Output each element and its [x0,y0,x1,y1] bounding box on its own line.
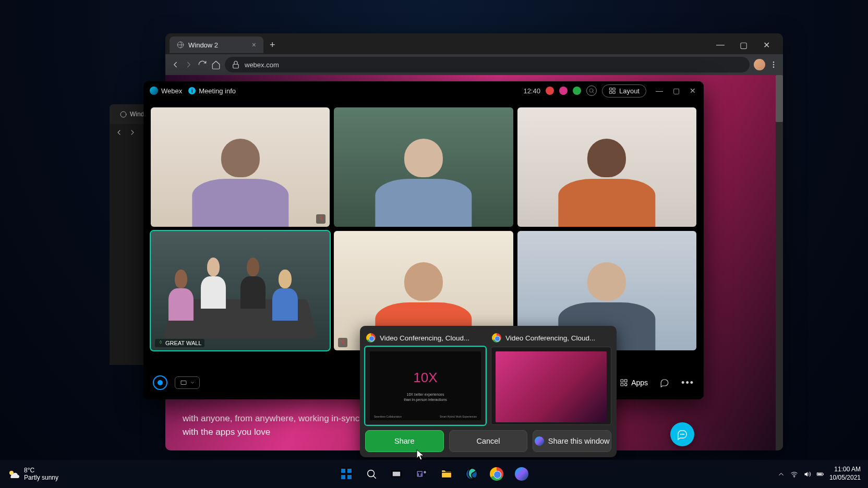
clock[interactable]: 11:00 AM 10/05/2021 [829,466,861,482]
weather-widget[interactable]: 8°C Partly sunny [7,467,58,482]
webex-header: Webex i Meeting info 12:40 Layout — ▢ ✕ [143,81,704,100]
close-button[interactable]: ✕ [760,40,773,50]
svg-point-5 [773,67,774,68]
participant-tile-active[interactable]: GREAT WALL [151,231,330,350]
search-zoom-button[interactable] [586,86,597,96]
teams-button[interactable]: T [411,463,432,484]
chat-button[interactable] [655,373,674,392]
svg-text:T: T [418,471,421,477]
weather-condition: Partly sunny [24,474,58,481]
svg-rect-10 [613,91,615,93]
back-icon[interactable] [115,128,123,137]
svg-rect-35 [823,473,823,475]
webex-taskbar-button[interactable] [511,463,532,484]
webex-maximize[interactable]: ▢ [671,87,681,95]
share-this-window-button[interactable]: Share this window [533,430,611,452]
cancel-button[interactable]: Cancel [449,430,528,452]
svg-rect-31 [441,472,452,478]
menu-icon[interactable] [769,60,778,69]
chrome-icon [492,333,501,343]
apps-button[interactable]: Apps [620,379,648,387]
svg-rect-15 [621,383,623,386]
svg-rect-14 [624,380,627,382]
share-button[interactable]: Share [365,430,444,452]
new-tab-button[interactable]: + [266,38,280,53]
svg-point-0 [120,112,126,117]
svg-rect-24 [347,474,352,480]
layout-button[interactable]: Layout [602,84,646,97]
share-thumbnail[interactable]: 10X 10X better experiences than in-perso… [365,347,486,425]
task-view-button[interactable] [386,463,407,484]
muted-icon [338,338,347,347]
svg-point-33 [794,476,794,477]
chevron-up-icon[interactable] [777,470,785,478]
chrome-button[interactable] [486,463,507,484]
weather-icon [7,468,20,480]
svg-rect-7 [610,88,612,90]
profile-avatar[interactable] [754,59,765,70]
svg-rect-9 [610,91,612,93]
video-grid: GREAT WALL [143,100,704,358]
scrollbar[interactable] [776,75,783,450]
share-source-title: Video Conferencing, Cloud... [505,334,595,342]
search-button[interactable] [361,463,382,484]
forward-icon[interactable] [184,60,194,69]
volume-icon[interactable] [803,470,811,478]
svg-rect-2 [233,64,239,68]
record-indicator[interactable] [546,87,554,95]
webex-close[interactable]: ✕ [688,87,697,95]
edge-button[interactable] [461,463,482,484]
svg-rect-23 [341,474,346,480]
battery-icon[interactable] [816,470,824,478]
participant-tile[interactable] [334,107,513,227]
meeting-time: 12:40 [523,87,540,95]
temperature: 8°C [24,467,58,474]
taskbar: 8°C Partly sunny T [0,460,868,488]
svg-rect-8 [613,88,615,90]
chat-bubble-button[interactable] [670,422,694,446]
url-text: webex.com [245,61,279,69]
home-icon[interactable] [211,60,221,69]
participant-tile[interactable] [151,107,330,227]
svg-rect-21 [341,468,346,473]
reactions-button[interactable] [153,375,167,390]
svg-point-18 [682,434,683,435]
chrome-icon [366,333,376,343]
forward-icon[interactable] [128,128,137,137]
svg-point-29 [423,471,427,474]
webex-logo: Webex [150,87,182,95]
participant-tile[interactable] [517,107,696,227]
meeting-info-button[interactable]: i Meeting info [188,87,236,95]
system-tray: 11:00 AM 10/05/2021 [777,466,861,482]
file-explorer-button[interactable] [436,463,457,484]
wifi-icon[interactable] [790,470,798,478]
maximize-button[interactable]: ▢ [737,40,750,50]
share-source-item[interactable]: Video Conferencing, Cloud... 10X 10X bet… [365,331,486,425]
browser-tab[interactable]: Window 2 × [170,36,263,53]
back-icon[interactable] [171,60,180,69]
url-bar[interactable]: webex.com [225,57,750,72]
share-source-item[interactable]: Video Conferencing, Cloud... [491,331,611,425]
svg-point-16 [624,383,627,386]
share-thumbnail[interactable] [491,347,611,425]
svg-rect-11 [181,381,186,385]
svg-point-19 [683,434,684,435]
status-dot-green[interactable] [573,87,581,95]
minimize-button[interactable]: — [714,40,727,50]
captions-button[interactable] [175,376,200,389]
close-tab-icon[interactable]: × [252,41,256,49]
start-button[interactable] [336,463,357,484]
chevron-down-icon [190,380,195,385]
page-body-text: with anyone, from anywhere, working in-s… [183,412,359,438]
info-icon: i [188,87,196,94]
reload-icon[interactable] [198,60,207,69]
svg-rect-36 [817,473,822,475]
svg-rect-22 [347,468,352,473]
status-dot-pink[interactable] [559,87,568,95]
webex-minimize[interactable]: — [655,87,664,95]
svg-point-3 [773,62,774,63]
more-button[interactable]: ••• [681,377,694,388]
participant-label: GREAT WALL [155,339,204,347]
chrome-tabbar: Window 2 × + — ▢ ✕ [165,33,783,54]
muted-icon [316,214,326,224]
